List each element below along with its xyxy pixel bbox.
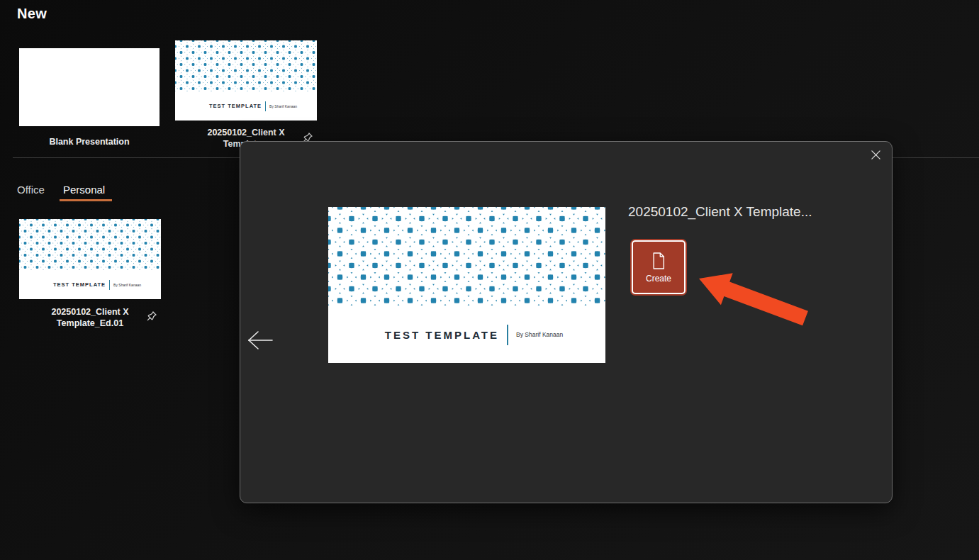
document-icon bbox=[651, 252, 666, 270]
page-title: New bbox=[17, 6, 47, 22]
blank-presentation-label: Blank Presentation bbox=[19, 136, 160, 147]
template-card-personal-label: 20250102_Client X Template_Ed.01 bbox=[19, 306, 161, 329]
slide-pattern-art bbox=[175, 40, 317, 91]
slide-pattern-art bbox=[328, 207, 605, 306]
blank-presentation-card[interactable] bbox=[19, 48, 160, 126]
template-card-personal[interactable]: TEST TEMPLATE By Sharif Kanaan bbox=[19, 219, 161, 299]
tab-personal-active-underline bbox=[60, 199, 112, 201]
template-card-top[interactable]: TEST TEMPLATE By Sharif Kanaan bbox=[175, 40, 317, 121]
back-arrow-icon[interactable] bbox=[245, 326, 276, 354]
template-preview-dialog: TEST TEMPLATE By Sharif Kanaan 20250102_… bbox=[240, 141, 893, 503]
pin-icon[interactable] bbox=[145, 310, 158, 323]
dialog-template-title: 20250102_Client X Template... bbox=[628, 204, 812, 220]
slide-title-divider bbox=[109, 280, 110, 290]
close-icon[interactable] bbox=[866, 145, 885, 164]
template-thumbnail: TEST TEMPLATE By Sharif Kanaan bbox=[175, 40, 317, 121]
create-button[interactable]: Create bbox=[632, 240, 686, 294]
slide-pattern-art bbox=[19, 219, 161, 270]
slide-byline-text: By Sharif Kanaan bbox=[516, 331, 563, 338]
slide-byline-text: By Sharif Kanaan bbox=[113, 283, 141, 287]
tab-personal[interactable]: Personal bbox=[63, 184, 105, 196]
template-large-preview: TEST TEMPLATE By Sharif Kanaan bbox=[328, 207, 605, 363]
slide-title-text: TEST TEMPLATE bbox=[385, 329, 499, 341]
slide-byline-text: By Sharif Kanaan bbox=[269, 104, 297, 108]
slide-title-text: TEST TEMPLATE bbox=[53, 281, 106, 288]
slide-title-divider bbox=[265, 101, 266, 111]
tab-office[interactable]: Office bbox=[17, 184, 45, 196]
slide-title-divider bbox=[507, 325, 508, 345]
create-button-label: Create bbox=[646, 274, 671, 284]
slide-title-text: TEST TEMPLATE bbox=[209, 103, 262, 109]
template-thumbnail: TEST TEMPLATE By Sharif Kanaan bbox=[19, 219, 161, 299]
